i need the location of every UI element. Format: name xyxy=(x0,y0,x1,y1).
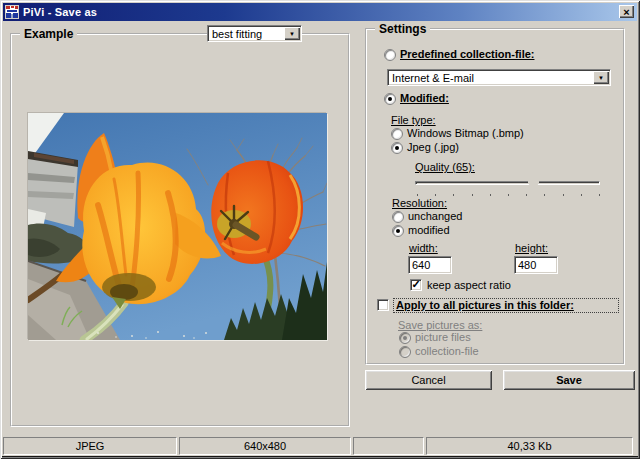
collection-file-dropdown-value: Internet & E-mail xyxy=(388,72,593,84)
quality-slider-thumb[interactable] xyxy=(528,172,539,190)
jpeg-radio-label[interactable]: Jpeg (.jpg) xyxy=(407,141,459,153)
status-format: JPEG xyxy=(3,437,177,455)
file-type-label: File type: xyxy=(391,114,436,126)
resolution-label: Resolution: xyxy=(392,197,447,209)
collection-file-radio xyxy=(399,346,411,358)
width-field[interactable] xyxy=(408,256,452,274)
window-title: PiVi - Save as xyxy=(23,6,97,18)
settings-group: Settings Predefined collection-file: Int… xyxy=(365,28,625,365)
predefined-label[interactable]: Predefined collection-file: xyxy=(400,48,534,60)
example-group-label: Example xyxy=(20,27,77,41)
quality-label: Quality (65): xyxy=(415,161,475,173)
pivi-app-icon xyxy=(5,5,19,19)
close-icon[interactable]: × xyxy=(619,5,634,18)
cancel-button[interactable]: Cancel xyxy=(365,370,492,390)
resolution-unchanged-radio[interactable] xyxy=(392,211,404,223)
settings-group-label: Settings xyxy=(375,22,430,36)
apply-all-label[interactable]: Apply to all pictures in this folder: xyxy=(393,298,619,313)
modified-radio[interactable] xyxy=(384,93,396,105)
status-dimensions: 640x480 xyxy=(179,437,351,455)
status-bar: JPEG 640x480 40,33 Kb xyxy=(3,436,637,455)
resolution-modified-radio[interactable] xyxy=(392,225,404,237)
check-icon: ✓ xyxy=(411,279,420,289)
status-file-size: 40,33 Kb xyxy=(426,437,633,455)
save-pictures-as-label: Save pictures as: xyxy=(398,319,482,331)
keep-aspect-label[interactable]: keep aspect ratio xyxy=(427,279,511,291)
bmp-radio[interactable] xyxy=(391,128,403,140)
save-button[interactable]: Save xyxy=(503,370,635,390)
jpeg-radio[interactable] xyxy=(391,142,403,154)
height-label: height: xyxy=(515,242,548,254)
resolution-modified-label[interactable]: modified xyxy=(408,224,450,236)
quality-slider-ticks xyxy=(417,194,601,196)
save-as-dialog: PiVi - Save as × Example best fitting ▼ xyxy=(0,0,640,459)
collection-file-label: collection-file xyxy=(415,345,479,357)
bmp-radio-label[interactable]: Windows Bitmap (.bmp) xyxy=(407,127,524,139)
collection-file-dropdown[interactable]: Internet & E-mail ▼ xyxy=(387,69,611,86)
keep-aspect-checkbox[interactable]: ✓ xyxy=(410,279,422,291)
apply-all-checkbox[interactable] xyxy=(377,299,389,311)
width-label: width: xyxy=(409,242,438,254)
title-bar[interactable]: PiVi - Save as × xyxy=(3,3,637,21)
example-photo xyxy=(28,113,327,340)
fitting-dropdown-value: best fitting xyxy=(208,28,284,40)
modified-label[interactable]: Modified: xyxy=(400,92,449,104)
fitting-dropdown[interactable]: best fitting ▼ xyxy=(207,25,302,42)
quality-slider-track[interactable] xyxy=(415,181,600,185)
status-spacer-panel xyxy=(353,437,424,455)
chevron-down-icon[interactable]: ▼ xyxy=(593,71,609,84)
resolution-unchanged-label[interactable]: unchanged xyxy=(408,210,462,222)
predefined-radio[interactable] xyxy=(384,49,396,61)
height-field[interactable] xyxy=(514,256,558,274)
picture-files-radio xyxy=(399,332,411,344)
chevron-down-icon[interactable]: ▼ xyxy=(284,27,300,40)
picture-files-label: picture files xyxy=(415,331,471,343)
